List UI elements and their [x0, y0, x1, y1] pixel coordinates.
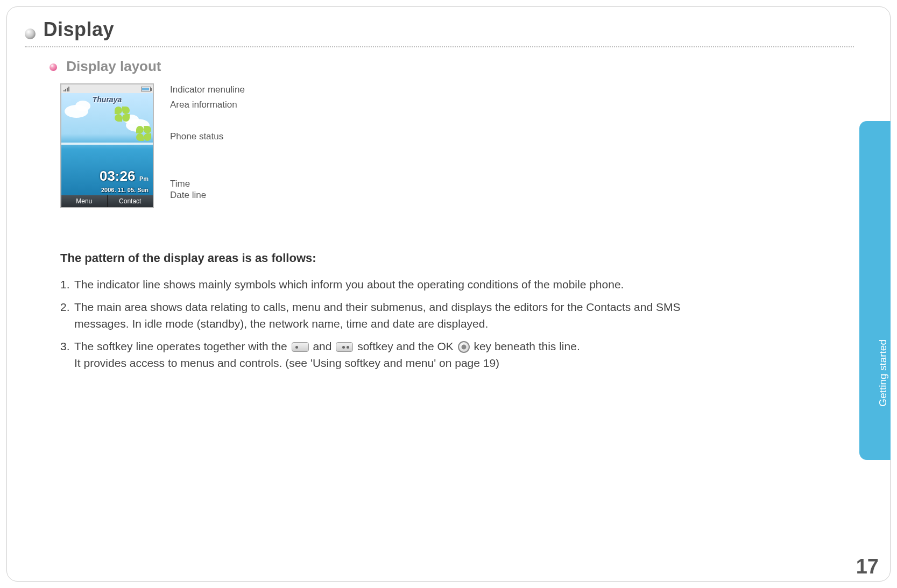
flower-icon: [132, 122, 147, 137]
label-date: Date line: [170, 190, 245, 201]
sphere-bullet-icon: [25, 29, 36, 39]
chapter-tab: [859, 121, 891, 460]
flower-icon: [111, 103, 126, 118]
list-text-c: softkey and the OK: [357, 340, 456, 352]
right-softkey-icon: [336, 342, 353, 352]
list-item: 2. The main area shows data relating to …: [60, 299, 695, 332]
layout-figure: Thuraya 03:26 Pm 2006. 11. 05. Sun Menu …: [60, 83, 854, 208]
list-text-e: It provides access to menus and controls…: [74, 357, 499, 369]
body-list: 1. The indicator line shows mainly symbo…: [60, 276, 695, 372]
ok-key-icon: [458, 341, 470, 353]
list-number: 2.: [60, 299, 70, 316]
page-number: 17: [856, 555, 879, 578]
label-area: Area information: [170, 100, 245, 110]
body-heading: The pattern of the display areas is as f…: [60, 251, 695, 265]
list-text-d: key beneath this line.: [474, 340, 580, 352]
label-time: Time: [170, 179, 245, 189]
list-item: 3. The softkey line operates together wi…: [60, 338, 695, 372]
operator-name: Thuraya: [61, 95, 153, 104]
list-text: The indicator line shows mainly symbols …: [74, 278, 624, 291]
phone-main-area: Thuraya 03:26 Pm 2006. 11. 05. Sun: [61, 93, 153, 195]
softkey-left: Menu: [61, 195, 108, 207]
list-text-b: and: [313, 340, 335, 352]
left-softkey-icon: [292, 342, 309, 352]
battery-icon: [141, 87, 151, 91]
label-status: Phone status: [170, 131, 245, 142]
list-item: 1. The indicator line shows mainly symbo…: [60, 276, 695, 293]
body-block: The pattern of the display areas is as f…: [60, 251, 695, 372]
dotted-divider: [25, 46, 854, 47]
time-value: 03:26: [100, 168, 136, 185]
title-row: Display: [25, 18, 854, 41]
phone-mock: Thuraya 03:26 Pm 2006. 11. 05. Sun Menu …: [60, 83, 154, 208]
phone-status-bar: [61, 84, 153, 93]
time-ampm: Pm: [139, 175, 149, 182]
list-text: The main area shows data relating to cal…: [74, 301, 680, 330]
chapter-label: Getting started: [877, 339, 889, 407]
layout-labels: Indicator menuline Area information Phon…: [170, 83, 245, 201]
list-number: 1.: [60, 276, 70, 293]
softkey-right: Contact: [108, 195, 153, 207]
content-area: Display Display layout: [25, 18, 854, 556]
section: Display layout: [25, 58, 854, 372]
signal-icon: [63, 87, 69, 91]
page-title: Display: [43, 18, 114, 40]
waterline: [61, 143, 153, 145]
label-indicator: Indicator menuline: [170, 84, 245, 95]
list-number: 3.: [60, 338, 70, 355]
list-text-a: The softkey line operates together with …: [74, 340, 291, 352]
time-block: 03:26 Pm: [100, 168, 149, 185]
pink-bullet-icon: [50, 63, 57, 71]
phone-softkey-bar: Menu Contact: [61, 195, 153, 207]
date-value: 2006. 11. 05. Sun: [101, 187, 149, 193]
subheading-row: Display layout: [50, 58, 854, 75]
subheading-text: Display layout: [66, 58, 161, 74]
